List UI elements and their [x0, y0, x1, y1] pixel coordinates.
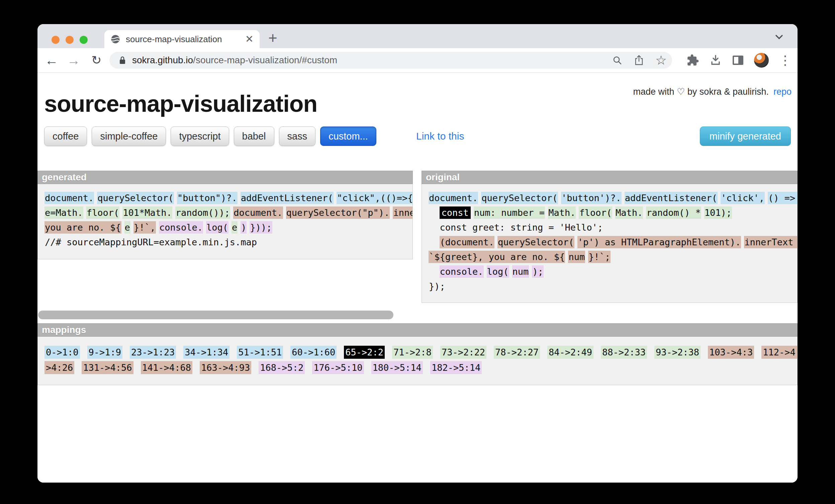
mapping-token[interactable]: 168->5:2 — [259, 361, 305, 374]
code-segment[interactable]: })); — [249, 221, 272, 234]
preset-button-typescript[interactable]: typescript — [170, 126, 229, 146]
code-segment[interactable]: "click",(()=>{ — [337, 192, 413, 204]
original-code[interactable]: document.querySelector('button')?.addEve… — [422, 184, 797, 303]
code-segment[interactable]: e — [124, 221, 130, 234]
code-segment[interactable]: addEventListener( — [241, 192, 333, 204]
code-segment[interactable]: 101); — [704, 206, 732, 219]
preset-button-custom[interactable]: custom... — [320, 126, 376, 146]
code-segment[interactable]: `${greet}, you are no. ${ — [429, 251, 565, 263]
code-segment[interactable]: querySelector( — [481, 192, 558, 204]
mapping-token[interactable]: 131->4:56 — [82, 361, 133, 374]
back-button[interactable]: ← — [42, 48, 61, 72]
code-segment[interactable]: () => { — [768, 192, 797, 204]
code-line: `${greet}, you are no. ${num}!`; — [429, 250, 797, 264]
mapping-token[interactable]: 51->1:51 — [237, 346, 283, 359]
mapping-token[interactable]: 71->2:8 — [392, 346, 433, 359]
download-icon[interactable] — [709, 54, 722, 66]
forward-button[interactable]: → — [64, 48, 83, 72]
chevron-down-icon[interactable] — [774, 34, 784, 40]
generated-panel-header: generated — [38, 171, 413, 184]
code-segment[interactable]: 'click', — [720, 192, 765, 204]
mapping-token[interactable]: 180->5:14 — [371, 361, 423, 374]
tab-close-icon[interactable]: ✕ — [245, 34, 253, 44]
address-bar[interactable]: sokra.github.io/source-map-visualization… — [109, 52, 672, 68]
mapping-token[interactable]: 9->1:9 — [87, 346, 123, 359]
code-segment[interactable]: }!`, — [134, 221, 156, 234]
code-segment[interactable]: e=Math. — [44, 206, 83, 219]
code-segment[interactable]: (document. — [440, 236, 495, 248]
code-segment[interactable]: 'p') as HTMLParagraphElement). — [577, 236, 741, 248]
mapping-token[interactable]: 0->1:0 — [44, 346, 80, 359]
code-segment[interactable]: 101*Math. — [122, 206, 172, 219]
code-segment[interactable]: num — [568, 251, 585, 263]
code-segment[interactable]: ) — [241, 221, 247, 234]
reload-button[interactable]: ↻ — [87, 48, 106, 72]
repo-link[interactable]: repo — [773, 87, 792, 97]
code-segment[interactable]: you are no. ${ — [44, 221, 121, 234]
preset-button-simple-coffee[interactable]: simple-coffee — [91, 126, 166, 146]
code-segment[interactable]: innerText = — [744, 236, 797, 248]
code-segment[interactable]: random() * — [646, 206, 701, 219]
mapping-token[interactable]: 78->2:27 — [494, 346, 540, 359]
window-close-button[interactable] — [52, 36, 60, 44]
code-segment[interactable]: document. — [44, 192, 94, 204]
code-segment[interactable]: document. — [233, 206, 283, 219]
mapping-token[interactable]: 112->4:12 — [761, 346, 797, 359]
new-tab-button[interactable]: + — [268, 29, 277, 47]
code-segment[interactable]: floor( — [579, 206, 612, 219]
code-segment[interactable]: document. — [429, 192, 478, 204]
code-segment[interactable]: ); — [532, 265, 544, 278]
code-segment[interactable]: innerText=`He — [393, 206, 413, 219]
code-segment[interactable]: querySelector( — [97, 192, 174, 204]
code-segment[interactable]: Math. — [548, 206, 576, 219]
code-segment[interactable]: num — [512, 265, 529, 278]
mapping-token[interactable]: 176->5:10 — [312, 361, 364, 374]
menu-dots-icon[interactable]: ⋮ — [779, 57, 792, 64]
link-to-this-link[interactable]: Link to this — [416, 130, 464, 142]
generated-code[interactable]: document.querySelector("button")?.addEve… — [38, 184, 413, 259]
extensions-puzzle-icon[interactable] — [687, 54, 699, 66]
code-segment[interactable]: Math. — [615, 206, 643, 219]
code-segment[interactable]: addEventListener( — [625, 192, 718, 204]
code-segment[interactable]: log( — [206, 221, 228, 234]
minify-generated-button[interactable]: minify generated — [700, 126, 791, 146]
mapping-token[interactable]: 73->2:22 — [440, 346, 486, 359]
mapping-token[interactable]: 182->5:14 — [430, 361, 482, 374]
mapping-token[interactable]: >4:26 — [44, 361, 74, 374]
code-segment[interactable]: querySelector( — [497, 236, 574, 248]
code-segment[interactable]: console. — [440, 265, 484, 278]
side-panel-icon[interactable] — [732, 55, 744, 66]
share-icon[interactable] — [634, 55, 644, 66]
mapping-token[interactable]: 88->2:33 — [601, 346, 647, 359]
search-icon[interactable] — [612, 55, 623, 66]
mapping-token[interactable]: 65->2:2 — [344, 346, 385, 359]
code-segment[interactable]: querySelector("p"). — [286, 206, 390, 219]
profile-avatar[interactable] — [754, 53, 769, 67]
window-zoom-button[interactable] — [80, 36, 88, 44]
mapping-token[interactable]: 23->1:23 — [130, 346, 176, 359]
code-segment[interactable]: e — [231, 221, 238, 234]
mapping-token[interactable]: 103->4:3 — [708, 346, 754, 359]
code-segment[interactable]: }!`; — [588, 251, 611, 263]
preset-button-coffee[interactable]: coffee — [44, 126, 87, 146]
code-segment[interactable]: floor( — [86, 206, 120, 219]
horizontal-scrollbar-thumb[interactable] — [38, 310, 393, 319]
code-segment[interactable]: random()); — [175, 206, 230, 219]
browser-tab[interactable]: source-map-visualization ✕ — [104, 30, 260, 48]
mapping-token[interactable]: 163->4:93 — [200, 361, 251, 374]
code-segment[interactable]: "button")?. — [177, 192, 238, 204]
code-segment[interactable]: console. — [159, 221, 203, 234]
preset-button-sass[interactable]: sass — [279, 126, 316, 146]
bookmark-star-icon[interactable]: ☆ — [655, 54, 667, 66]
window-minimize-button[interactable] — [65, 36, 74, 44]
mapping-token[interactable]: 60->1:60 — [290, 346, 337, 359]
code-segment[interactable]: num: number = — [474, 206, 545, 219]
mapping-token[interactable]: 34->1:34 — [183, 346, 229, 359]
mapping-token[interactable]: 141->4:68 — [141, 361, 192, 374]
code-segment[interactable]: const — [440, 206, 471, 219]
mapping-token[interactable]: 93->2:38 — [654, 346, 700, 359]
mapping-token[interactable]: 84->2:49 — [547, 346, 593, 359]
code-segment[interactable]: log( — [487, 265, 509, 278]
code-segment[interactable]: 'button')?. — [561, 192, 622, 204]
preset-button-babel[interactable]: babel — [234, 126, 274, 146]
